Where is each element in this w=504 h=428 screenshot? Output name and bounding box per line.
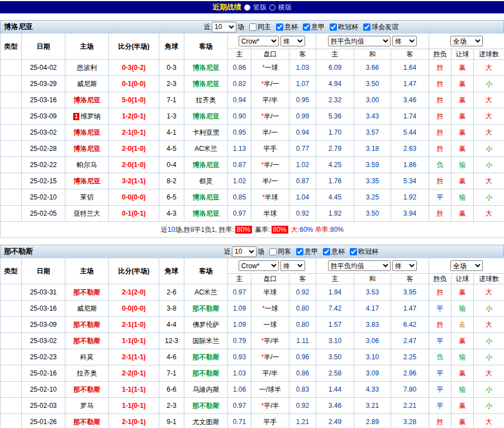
corner-score: 2-6 [159, 284, 184, 301]
away-team[interactable]: 博洛尼亚 [184, 206, 228, 222]
home-team[interactable]: 威尼斯 [65, 301, 109, 317]
filter-checkbox[interactable] [330, 23, 337, 31]
filter-checkbox[interactable] [296, 248, 303, 255]
filter-1-0[interactable]: 同客 [269, 247, 291, 256]
europe-draw-odds: 4.33 [354, 382, 391, 398]
away-team[interactable]: 那不勒斯 [184, 301, 228, 317]
home-team[interactable]: 帕尔马 [65, 157, 109, 173]
match-date: 25-02-15 [22, 173, 65, 189]
filter-0-1[interactable]: 意杯 [276, 22, 298, 32]
away-team[interactable]: 博洛尼亚 [184, 76, 228, 92]
odds-company-select[interactable]: Crow* [239, 36, 279, 46]
scope-select[interactable]: 全场 [450, 260, 483, 271]
home-team[interactable]: 拉齐奥 [65, 365, 109, 382]
odds-stage-select[interactable]: 终 [280, 260, 305, 271]
match-row: 意甲 25-01-26 那不勒斯 2-1(0-1) 9-1 尤文图斯 0.71 … [1, 414, 504, 428]
horizontal-layout-radio[interactable] [269, 4, 275, 11]
home-team[interactable]: 科莫 [65, 349, 109, 365]
asia-away-odds: 0.83 [289, 382, 316, 398]
home-team[interactable]: 亚特兰大 [65, 206, 109, 222]
europe-away-odds: 2.63 [391, 141, 429, 157]
handicap-star: * [262, 193, 265, 201]
filter-label: 同客 [278, 247, 291, 256]
match-row: 意甲 25-02-16 拉齐奥 2-2(0-1) 7-1 那不勒斯 1.03 平… [1, 365, 504, 382]
home-team[interactable]: 威尼斯 [65, 76, 109, 92]
filter-0-4[interactable]: 球会友谊 [363, 22, 398, 32]
result-handicap: 赢 [451, 60, 474, 76]
europe-draw-odds: 4.17 [354, 301, 391, 317]
recent-count-select[interactable]: 10 [232, 246, 256, 257]
page-title: 近期战绩 [212, 2, 241, 12]
away-team[interactable]: 乌迪内斯 [184, 382, 228, 398]
away-team[interactable]: 博洛尼亚 [184, 189, 228, 206]
odds-stage-select[interactable]: 终 [280, 36, 305, 46]
away-team[interactable]: 博洛尼亚 [184, 157, 228, 173]
recent-count-select[interactable]: 10 [212, 22, 236, 32]
filter-checkbox[interactable] [363, 23, 370, 31]
away-team[interactable]: 博洛尼亚 [184, 60, 228, 76]
filter-0-3[interactable]: 欧冠杯 [330, 22, 358, 32]
away-team[interactable]: 博洛尼亚 [184, 108, 228, 125]
filter-0-2[interactable]: 意甲 [303, 22, 325, 32]
filter-0-0[interactable]: 同主 [249, 22, 271, 32]
home-team[interactable]: 那不勒斯 [65, 414, 109, 428]
away-team[interactable]: 那不勒斯 [184, 398, 228, 414]
summary-part: 80% [330, 226, 344, 234]
home-team[interactable]: 博洛尼亚 [65, 141, 109, 157]
home-team[interactable]: 那不勒斯 [65, 333, 109, 349]
asia-home-odds: 0.90 [228, 108, 251, 125]
red-card-badge: 1 [73, 113, 79, 120]
result-over-under: 小 [474, 157, 504, 173]
filter-1-3[interactable]: 欧冠杯 [350, 247, 378, 256]
home-team[interactable]: 那不勒斯 [65, 284, 109, 301]
filter-1-2[interactable]: 意杯 [323, 247, 345, 256]
europe-company-select[interactable]: 胜平负均值 [328, 260, 391, 271]
away-team[interactable]: 都灵 [184, 173, 228, 189]
europe-draw-odds: 3.83 [354, 317, 391, 333]
filter-checkbox[interactable] [350, 248, 357, 255]
europe-away-odds: 1.47 [391, 76, 429, 92]
filter-label: 意甲 [311, 22, 325, 32]
europe-home-odds: 6.09 [316, 60, 354, 76]
filter-label: 意杯 [331, 247, 345, 256]
filter-checkbox[interactable] [276, 23, 283, 31]
filter-checkbox[interactable] [303, 23, 310, 31]
away-team[interactable]: 国际米兰 [184, 333, 228, 349]
odds-company-select[interactable]: Crow* [239, 260, 279, 271]
away-team[interactable]: 尤文图斯 [184, 414, 228, 428]
away-team[interactable]: 那不勒斯 [184, 349, 228, 365]
home-team[interactable]: 博洛尼亚 [65, 125, 109, 141]
away-team[interactable]: 那不勒斯 [184, 365, 228, 382]
home-team[interactable]: 那不勒斯 [65, 317, 109, 333]
away-team[interactable]: 佛罗伦萨 [184, 317, 228, 333]
home-team[interactable]: 恩波利 [65, 60, 109, 76]
corner-score: 8-2 [159, 173, 184, 189]
vertical-layout-radio[interactable] [244, 4, 250, 11]
result-over-under: 小 [474, 189, 504, 206]
europe-stage-select[interactable]: 终 [392, 36, 417, 46]
away-team[interactable]: 卡利亚里 [184, 125, 228, 141]
col-asia-away: 客 [289, 49, 316, 60]
away-team[interactable]: AC米兰 [184, 141, 228, 157]
away-team[interactable]: 拉齐奥 [184, 92, 228, 108]
result-handicap: 输 [451, 382, 474, 398]
europe-draw-odds: 3.35 [354, 173, 391, 189]
filter-checkbox[interactable] [323, 248, 330, 255]
home-team[interactable]: 罗马 [65, 398, 109, 414]
away-team[interactable]: AC米兰 [184, 284, 228, 301]
home-team[interactable]: 博洛尼亚 [65, 173, 109, 189]
europe-company-select[interactable]: 胜平负均值 [328, 36, 391, 46]
home-team[interactable]: 那不勒斯 [65, 382, 109, 398]
scope-select[interactable]: 全场 [450, 36, 483, 46]
filter-1-1[interactable]: 意甲 [296, 247, 318, 256]
europe-stage-select[interactable]: 终 [392, 260, 417, 271]
home-team[interactable]: 博洛尼亚 [65, 92, 109, 108]
corner-score: 7-1 [159, 92, 184, 108]
home-team[interactable]: 1维罗纳 [65, 108, 109, 125]
home-team[interactable]: 莱切 [65, 189, 109, 206]
horizontal-layout-label[interactable]: 横版 [278, 3, 292, 12]
asia-handicap: 平手 [251, 414, 289, 428]
filter-checkbox[interactable] [269, 248, 277, 255]
filter-checkbox[interactable] [249, 23, 256, 31]
vertical-layout-label[interactable]: 竖版 [253, 3, 267, 12]
